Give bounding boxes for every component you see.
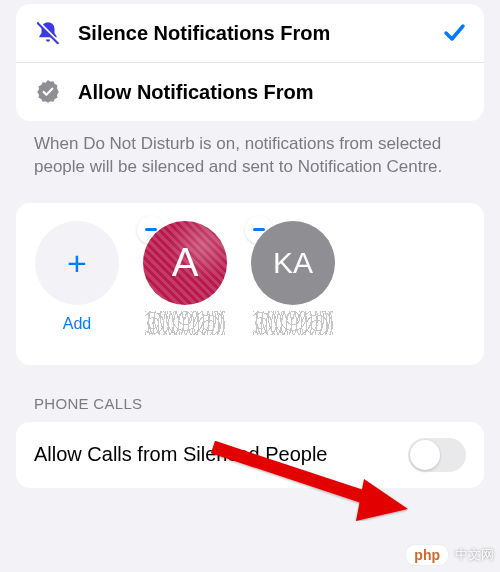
allow-label: Allow Notifications From — [78, 81, 466, 104]
allow-calls-row: Allow Calls from Silenced People — [16, 422, 484, 488]
seal-check-icon — [34, 79, 62, 105]
plus-icon: + — [67, 246, 87, 280]
watermark-text: 中文网 — [455, 546, 494, 564]
avatar-initials: A — [172, 240, 199, 285]
add-label: Add — [63, 315, 91, 333]
avatar-initials: KA — [273, 246, 313, 280]
people-card: + Add A KA — [16, 203, 484, 365]
description-text: When Do Not Disturb is on, notifications… — [16, 121, 484, 199]
silence-option-row[interactable]: Silence Notifications From — [16, 4, 484, 62]
watermark: php 中文网 — [405, 544, 494, 566]
avatar-item[interactable]: KA — [250, 221, 336, 335]
avatar-name-redacted — [145, 311, 225, 335]
avatar-name-redacted — [253, 311, 333, 335]
bell-slash-icon — [34, 20, 62, 46]
watermark-badge: php — [405, 544, 449, 566]
allow-calls-label: Allow Calls from Silenced People — [34, 442, 408, 467]
allow-calls-toggle[interactable] — [408, 438, 466, 472]
checkmark-icon — [438, 21, 466, 45]
avatar-circle: A — [143, 221, 227, 305]
avatar-item[interactable]: A — [142, 221, 228, 335]
add-circle-icon: + — [35, 221, 119, 305]
avatar-circle: KA — [251, 221, 335, 305]
toggle-knob — [410, 440, 440, 470]
section-header-phone-calls: PHONE CALLS — [16, 365, 484, 422]
notification-mode-card: Silence Notifications From Allow Notific… — [16, 4, 484, 121]
allow-option-row[interactable]: Allow Notifications From — [16, 62, 484, 121]
silence-label: Silence Notifications From — [78, 22, 438, 45]
add-person-button[interactable]: + Add — [34, 221, 120, 333]
